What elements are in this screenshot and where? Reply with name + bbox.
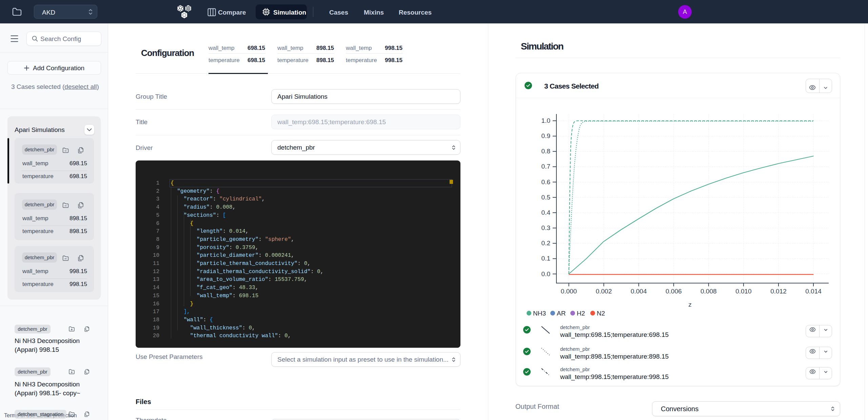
svg-text:0.6: 0.6 (541, 178, 550, 186)
svg-text:NH3: NH3 (533, 310, 546, 317)
svg-text:0.8: 0.8 (541, 148, 550, 155)
svg-text:0.5: 0.5 (541, 194, 550, 201)
svg-text:0.004: 0.004 (631, 288, 647, 295)
svg-text:0.008: 0.008 (701, 288, 717, 295)
svg-text:0.2: 0.2 (541, 240, 550, 247)
svg-text:0.3: 0.3 (541, 224, 550, 231)
svg-text:H2: H2 (577, 310, 585, 317)
svg-text:0.0: 0.0 (541, 270, 550, 278)
svg-text:0.010: 0.010 (735, 288, 752, 295)
svg-text:0.006: 0.006 (666, 288, 682, 295)
svg-text:0.4: 0.4 (541, 209, 551, 216)
svg-text:0.9: 0.9 (541, 132, 550, 139)
svg-text:0.7: 0.7 (541, 163, 550, 170)
svg-text:0.014: 0.014 (805, 288, 822, 295)
svg-text:0.1: 0.1 (541, 255, 550, 262)
svg-text:z: z (688, 301, 692, 308)
svg-text:AR: AR (557, 310, 566, 317)
svg-text:1.0: 1.0 (541, 117, 550, 124)
svg-text:0.000: 0.000 (561, 288, 577, 295)
svg-text:0.012: 0.012 (770, 288, 787, 295)
svg-text:N2: N2 (597, 310, 605, 317)
svg-text:0.002: 0.002 (596, 288, 612, 295)
